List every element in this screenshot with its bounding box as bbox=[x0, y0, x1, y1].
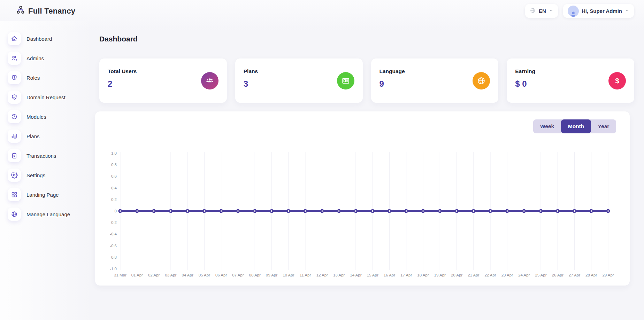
sidebar-item-domain-request[interactable]: Domain Request bbox=[8, 91, 95, 104]
sitemap-logo-icon bbox=[16, 6, 25, 16]
stat-card-plans: Plans 3 bbox=[235, 58, 363, 103]
stat-label: Plans bbox=[244, 68, 354, 75]
dollar-icon: $ bbox=[608, 72, 626, 89]
svg-text:24 Apr: 24 Apr bbox=[518, 273, 530, 277]
stat-label: Total Users bbox=[108, 68, 219, 75]
sidebar-item-admins[interactable]: Admins bbox=[8, 52, 95, 65]
svg-text:0: 0 bbox=[115, 209, 117, 213]
newspaper-icon bbox=[337, 72, 354, 89]
svg-text:-0.2: -0.2 bbox=[110, 220, 117, 225]
svg-text:0.8: 0.8 bbox=[111, 163, 117, 167]
chevron-down-icon bbox=[625, 8, 629, 14]
clipboard-dollar-icon: $ bbox=[8, 149, 21, 162]
sidebar-item-transactions[interactable]: $ Transactions bbox=[8, 149, 95, 162]
svg-text:03 Apr: 03 Apr bbox=[165, 273, 176, 277]
stats-row: Total Users 2 Plans 3 Lang bbox=[99, 58, 634, 103]
svg-text:14 Apr: 14 Apr bbox=[350, 273, 361, 277]
home-icon bbox=[8, 32, 21, 45]
users-icon bbox=[8, 52, 21, 65]
svg-text:27 Apr: 27 Apr bbox=[569, 273, 580, 277]
svg-text:20 Apr: 20 Apr bbox=[451, 273, 462, 277]
sidebar-item-plans[interactable]: $ Plans bbox=[8, 130, 95, 143]
stat-label: Language bbox=[380, 68, 490, 75]
stat-card-earning: Earning $ 0 $ bbox=[507, 58, 634, 103]
svg-text:16 Apr: 16 Apr bbox=[384, 273, 395, 277]
stat-card-language: Language 9 bbox=[371, 58, 499, 103]
user-greeting: Hi, Super Admin bbox=[582, 8, 622, 14]
sidebar-item-roles[interactable]: Roles bbox=[8, 71, 95, 84]
svg-text:19 Apr: 19 Apr bbox=[434, 273, 446, 277]
stat-label: Earning bbox=[515, 68, 626, 75]
svg-text:29 Apr: 29 Apr bbox=[602, 273, 614, 277]
svg-text:08 Apr: 08 Apr bbox=[249, 273, 261, 277]
line-chart: 31 Mar01 Apr02 Apr03 Apr04 Apr05 Apr06 A… bbox=[95, 111, 630, 286]
svg-text:-1.0: -1.0 bbox=[110, 267, 117, 271]
grid-icon bbox=[8, 188, 21, 201]
earnings-chart-card: Week Month Year 31 Mar01 Apr02 Apr03 Apr… bbox=[95, 111, 630, 286]
page-title: Dashboard bbox=[99, 35, 644, 43]
svg-text:$: $ bbox=[14, 154, 15, 157]
sidebar-item-settings[interactable]: Settings bbox=[8, 169, 95, 182]
user-menu[interactable]: Hi, Super Admin bbox=[563, 4, 634, 18]
header-actions: EN Hi, Super Admin bbox=[525, 4, 634, 18]
history-icon bbox=[8, 110, 21, 123]
svg-text:12 Apr: 12 Apr bbox=[316, 273, 328, 277]
svg-text:28 Apr: 28 Apr bbox=[585, 273, 597, 277]
sidebar-item-manage-language[interactable]: Manage Language bbox=[8, 208, 95, 221]
svg-text:31 Mar: 31 Mar bbox=[114, 273, 127, 277]
svg-text:$: $ bbox=[12, 135, 13, 138]
sidebar-item-dashboard[interactable]: Dashboard bbox=[8, 32, 95, 45]
shield-user-icon bbox=[8, 71, 21, 84]
svg-text:18 Apr: 18 Apr bbox=[417, 273, 429, 277]
app-logo: Full Tenancy bbox=[16, 6, 75, 16]
avatar bbox=[568, 6, 579, 17]
main-content: Dashboard Total Users 2 Plans 3 bbox=[95, 21, 644, 320]
app-title: Full Tenancy bbox=[28, 7, 75, 16]
svg-text:22 Apr: 22 Apr bbox=[484, 273, 496, 277]
svg-text:04 Apr: 04 Apr bbox=[182, 273, 193, 277]
coins-dollar-icon: $ bbox=[8, 130, 21, 143]
users-group-icon bbox=[201, 72, 219, 89]
svg-text:23 Apr: 23 Apr bbox=[501, 273, 513, 277]
language-value: EN bbox=[539, 8, 546, 14]
svg-text:02 Apr: 02 Apr bbox=[148, 273, 160, 277]
sidebar-item-modules[interactable]: Modules bbox=[8, 110, 95, 123]
gear-icon bbox=[8, 169, 21, 182]
svg-text:15 Apr: 15 Apr bbox=[367, 273, 378, 277]
svg-text:-0.8: -0.8 bbox=[110, 255, 117, 259]
svg-text:0.4: 0.4 bbox=[111, 186, 117, 190]
svg-text:17 Apr: 17 Apr bbox=[400, 273, 412, 277]
svg-text:06 Apr: 06 Apr bbox=[215, 273, 227, 277]
svg-text:13 Apr: 13 Apr bbox=[333, 273, 345, 277]
svg-text:1.0: 1.0 bbox=[111, 151, 117, 155]
sidebar-nav: Dashboard Admins Roles Domain Request bbox=[0, 21, 95, 320]
svg-text:21 Apr: 21 Apr bbox=[468, 273, 479, 277]
svg-text:26 Apr: 26 Apr bbox=[552, 273, 564, 277]
chevron-down-icon bbox=[549, 8, 553, 14]
svg-text:10 Apr: 10 Apr bbox=[283, 273, 294, 277]
svg-text:09 Apr: 09 Apr bbox=[266, 273, 277, 277]
globe-icon bbox=[473, 72, 490, 89]
globe-icon bbox=[530, 7, 536, 15]
svg-text:25 Apr: 25 Apr bbox=[535, 273, 546, 277]
svg-text:-0.4: -0.4 bbox=[110, 232, 117, 236]
svg-text:05 Apr: 05 Apr bbox=[199, 273, 210, 277]
svg-text:0.6: 0.6 bbox=[111, 174, 117, 178]
shield-check-icon bbox=[8, 91, 21, 104]
language-selector[interactable]: EN bbox=[525, 4, 558, 18]
globe-icon bbox=[8, 208, 21, 221]
svg-text:11 Apr: 11 Apr bbox=[300, 273, 311, 277]
sidebar-item-landing-page[interactable]: Landing Page bbox=[8, 188, 95, 201]
svg-text:0.2: 0.2 bbox=[111, 197, 117, 202]
stat-card-total-users: Total Users 2 bbox=[99, 58, 227, 103]
svg-text:-0.6: -0.6 bbox=[110, 244, 117, 248]
svg-text:01 Apr: 01 Apr bbox=[131, 273, 143, 277]
svg-text:07 Apr: 07 Apr bbox=[232, 273, 244, 277]
top-header: Full Tenancy EN Hi, Super Admin bbox=[0, 0, 644, 21]
